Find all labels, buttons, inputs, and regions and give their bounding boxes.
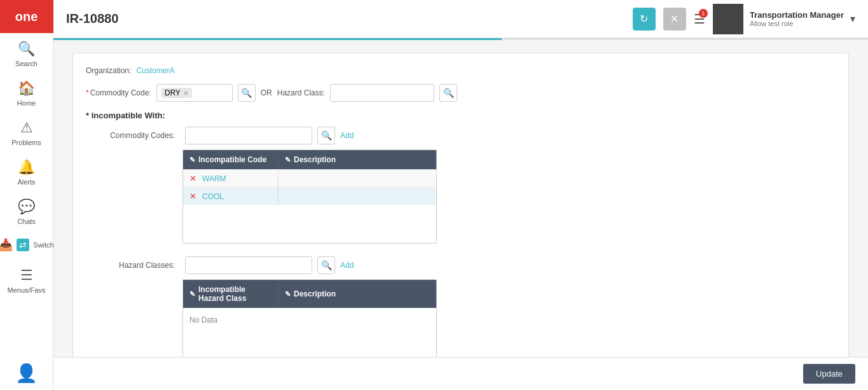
user-name: Transportation Manager: [750, 10, 844, 20]
grid-cell-code: ✕ WARM: [183, 170, 279, 187]
hazard-search-button[interactable]: 🔍: [439, 84, 457, 102]
sidebar-item-menus[interactable]: ☰ Menus/Favs: [0, 260, 53, 299]
sidebar-item-label: Problems: [11, 139, 41, 146]
chevron-down-icon: ▾: [850, 13, 855, 24]
content-area: Organization: CustomerA *Commodity Code:…: [53, 40, 868, 357]
commodity-search-button[interactable]: 🔍: [238, 84, 256, 102]
hazard-classes-grid: ✎ Incompatible Hazard Class ✎ Descriptio…: [183, 279, 437, 357]
sidebar: one 🔍 Search 🏠 Home ⚠ Problems 🔔 Alerts …: [0, 0, 53, 390]
inbox-icon: 📥: [0, 238, 13, 252]
sidebar-item-problems[interactable]: ⚠ Problems: [0, 112, 53, 151]
search-icon: 🔍: [18, 41, 35, 57]
chat-icon: 💬: [18, 198, 35, 215]
col-description-hazard: ✎ Description: [279, 284, 436, 303]
sidebar-item-label: Home: [17, 99, 36, 107]
remove-warm-button[interactable]: ✕: [189, 174, 196, 183]
switch-icon: ⇄: [17, 239, 29, 251]
add-commodity-link[interactable]: Add: [340, 131, 354, 140]
user-menu-button[interactable]: ▾: [850, 13, 855, 25]
commodity-code-row: *Commodity Code: DRY ✕ 🔍 OR Hazard Class…: [86, 84, 836, 102]
commodity-code-input[interactable]: DRY ✕: [156, 84, 233, 102]
refresh-icon: ↻: [640, 13, 648, 25]
tag-remove-btn[interactable]: ✕: [183, 90, 188, 97]
page-title: IR-10880: [66, 11, 625, 26]
no-data-message: No Data: [183, 308, 436, 332]
magnifier-icon: 🔍: [321, 130, 332, 141]
sidebar-item-label: Menus/Favs: [8, 286, 46, 294]
magnifier-icon: 🔍: [241, 88, 252, 98]
app-logo: one: [0, 0, 53, 33]
sidebar-item-switch[interactable]: 📥 ⇄ Switch: [0, 230, 53, 260]
avatar: [713, 4, 743, 34]
warm-code-link[interactable]: WARM: [202, 174, 226, 183]
edit-col-icon: ✎: [189, 156, 195, 164]
hazard-class-label: Hazard Class:: [277, 88, 325, 97]
sidebar-item-label: Search: [15, 60, 38, 67]
empty-space: [183, 332, 436, 357]
edit-col-icon: ✎: [285, 290, 291, 298]
table-row: ✕ WARM: [183, 169, 436, 187]
sidebar-item-alerts[interactable]: 🔔 Alerts: [0, 151, 53, 191]
user-role: Allow test role: [750, 20, 844, 27]
commodity-codes-grid: ✎ Incompatible Code ✎ Description ✕ WARM: [183, 150, 437, 244]
organization-row: Organization: CustomerA: [86, 66, 836, 75]
warning-icon: ⚠: [20, 120, 33, 136]
hazard-classes-label: Hazard Classes:: [86, 261, 180, 270]
commodity-code-label: *Commodity Code:: [86, 88, 151, 97]
sidebar-item-label: Switch: [33, 241, 53, 249]
hazard-classes-row: Hazard Classes: 🔍 Add: [86, 256, 836, 274]
commodity-codes-input[interactable]: [185, 127, 312, 144]
grid-header-hazard: ✎ Incompatible Hazard Class ✎ Descriptio…: [183, 280, 436, 308]
sidebar-item-label: Alerts: [17, 178, 35, 186]
menu-icon: ☰: [20, 267, 33, 284]
magnifier-icon: 🔍: [321, 260, 332, 270]
col-description: ✎ Description: [279, 150, 436, 169]
commodity-codes-row: Commodity Codes: 🔍 Add: [86, 127, 836, 144]
grid-cell-desc: [279, 175, 436, 183]
table-row: ✕ COOL: [183, 187, 436, 205]
magnifier-icon: 🔍: [443, 88, 454, 98]
hazard-classes-input[interactable]: [185, 256, 312, 274]
hamburger-button[interactable]: ☰ 1: [694, 11, 705, 27]
notification-badge: 1: [699, 9, 708, 18]
hazard-class-input[interactable]: [330, 84, 434, 102]
remove-cool-button[interactable]: ✕: [189, 192, 196, 201]
home-icon: 🏠: [18, 80, 35, 97]
hazard-classes-section: Hazard Classes: 🔍 Add ✎ Incompatible Haz…: [86, 256, 836, 357]
refresh-button[interactable]: ↻: [633, 8, 656, 31]
footer: Update: [53, 357, 868, 390]
incompatible-with-section: * Incompatible With: Commodity Codes: 🔍 …: [86, 111, 836, 244]
cool-code-link[interactable]: COOL: [202, 192, 224, 201]
col-incompatible-hazard: ✎ Incompatible Hazard Class: [183, 280, 279, 308]
edit-col-icon: ✎: [285, 156, 291, 164]
sidebar-item-home[interactable]: 🏠 Home: [0, 73, 53, 112]
user-avatar-icon: 👤: [15, 363, 38, 384]
dry-tag: DRY ✕: [161, 88, 192, 98]
bell-icon: 🔔: [18, 159, 35, 176]
form-section: Organization: CustomerA *Commodity Code:…: [72, 53, 849, 357]
col-incompatible-code: ✎ Incompatible Code: [183, 150, 279, 169]
header: IR-10880 ↻ ✕ ☰ 1 Transportation Manager …: [53, 0, 868, 38]
user-info: Transportation Manager Allow test role ▾: [713, 4, 855, 34]
add-hazard-link[interactable]: Add: [340, 261, 354, 270]
close-button[interactable]: ✕: [663, 8, 686, 31]
main-panel: IR-10880 ↻ ✕ ☰ 1 Transportation Manager …: [53, 0, 868, 390]
hazard-classes-search-button[interactable]: 🔍: [317, 256, 335, 274]
sidebar-item-label: Chats: [17, 218, 36, 225]
or-label: OR: [261, 88, 272, 97]
empty-space: [183, 205, 436, 243]
grid-header-commodity: ✎ Incompatible Code ✎ Description: [183, 150, 436, 169]
update-button[interactable]: Update: [803, 364, 855, 384]
edit-col-icon: ✎: [189, 290, 195, 298]
close-icon: ✕: [670, 13, 679, 25]
sidebar-item-avatar[interactable]: 👤: [0, 355, 53, 390]
organization-value: CustomerA: [136, 66, 174, 75]
grid-cell-code: ✕ COOL: [183, 188, 279, 205]
sidebar-item-search[interactable]: 🔍 Search: [0, 33, 53, 73]
sidebar-item-chats[interactable]: 💬 Chats: [0, 191, 53, 230]
commodity-codes-search-button[interactable]: 🔍: [317, 127, 335, 144]
commodity-codes-label: Commodity Codes:: [86, 131, 180, 140]
incompatible-with-label: * Incompatible With:: [86, 111, 836, 120]
user-details: Transportation Manager Allow test role: [750, 10, 844, 27]
grid-cell-desc: [279, 193, 436, 200]
